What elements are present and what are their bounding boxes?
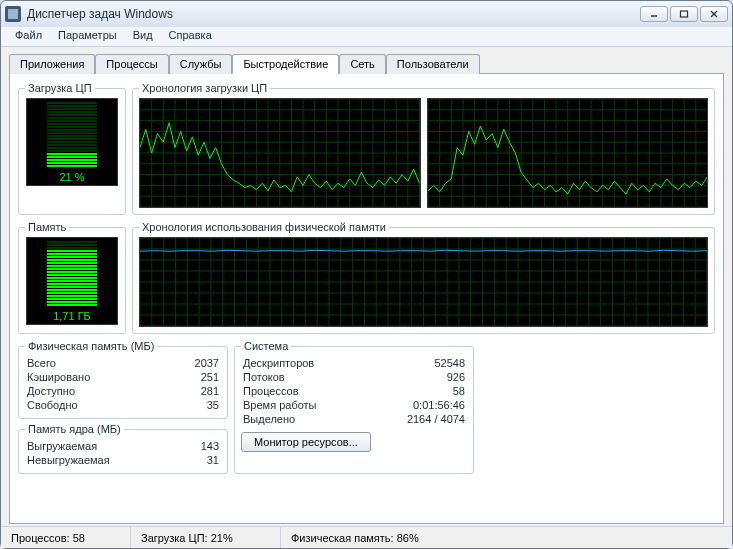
svg-rect-1 xyxy=(681,11,688,17)
window-controls xyxy=(640,6,728,22)
menu-help[interactable]: Справка xyxy=(163,27,218,46)
task-manager-window: Диспетчер задач Windows Файл Параметры В… xyxy=(0,0,733,549)
resource-monitor-button[interactable]: Монитор ресурсов... xyxy=(241,432,371,452)
cpu-chart-core1 xyxy=(427,98,709,208)
physical-memory-title: Физическая память (МБ) xyxy=(25,340,157,352)
tab-users[interactable]: Пользователи xyxy=(386,54,480,74)
kernel-memory-group: Память ядра (МБ) Выгружаемая143 Невыгруж… xyxy=(18,423,228,474)
system-group: Система Дескрипторов52548 Потоков926 Про… xyxy=(234,340,474,474)
system-title: Система xyxy=(241,340,291,352)
window-title: Диспетчер задач Windows xyxy=(27,7,640,21)
cpu-history-group: Хронология загрузки ЦП xyxy=(132,82,715,215)
memory-meter-value: 1,71 ГБ xyxy=(27,310,117,322)
kernel-memory-title: Память ядра (МБ) xyxy=(25,423,124,435)
statusbar: Процессов: 58 Загрузка ЦП: 21% Физическа… xyxy=(1,526,732,548)
cpu-chart-core0 xyxy=(139,98,421,208)
cpu-usage-group: Загрузка ЦП 21 % xyxy=(18,82,126,215)
menu-view[interactable]: Вид xyxy=(127,27,159,46)
performance-panel: Загрузка ЦП 21 % Хронология загрузки ЦП xyxy=(9,73,724,524)
cpu-meter: 21 % xyxy=(26,98,118,186)
status-processes: Процессов: 58 xyxy=(1,527,131,548)
memory-history-label: Хронология использования физической памя… xyxy=(139,221,389,233)
tab-services[interactable]: Службы xyxy=(169,54,233,74)
maximize-button[interactable] xyxy=(670,6,698,22)
cpu-history-label: Хронология загрузки ЦП xyxy=(139,82,270,94)
tab-performance[interactable]: Быстродействие xyxy=(232,54,339,74)
menu-file[interactable]: Файл xyxy=(9,27,48,46)
app-icon xyxy=(5,6,21,22)
memory-usage-group: Память 1,71 ГБ xyxy=(18,221,126,334)
minimize-button[interactable] xyxy=(640,6,668,22)
memory-chart xyxy=(139,237,708,327)
cpu-meter-value: 21 % xyxy=(27,171,117,183)
tab-networking[interactable]: Сеть xyxy=(339,54,385,74)
cpu-usage-label: Загрузка ЦП xyxy=(25,82,95,94)
status-cpu: Загрузка ЦП: 21% xyxy=(131,527,281,548)
memory-usage-label: Память xyxy=(25,221,69,233)
status-memory: Физическая память: 86% xyxy=(281,527,429,548)
tab-applications[interactable]: Приложения xyxy=(9,54,95,74)
tab-processes[interactable]: Процессы xyxy=(95,54,168,74)
menubar: Файл Параметры Вид Справка xyxy=(1,27,732,47)
physical-memory-group: Физическая память (МБ) Всего2037 Кэширов… xyxy=(18,340,228,419)
close-button[interactable] xyxy=(700,6,728,22)
client-area: Приложения Процессы Службы Быстродействи… xyxy=(1,47,732,526)
memory-meter: 1,71 ГБ xyxy=(26,237,118,325)
titlebar[interactable]: Диспетчер задач Windows xyxy=(1,1,732,27)
memory-history-group: Хронология использования физической памя… xyxy=(132,221,715,334)
menu-options[interactable]: Параметры xyxy=(52,27,123,46)
tabstrip: Приложения Процессы Службы Быстродействи… xyxy=(9,54,724,74)
